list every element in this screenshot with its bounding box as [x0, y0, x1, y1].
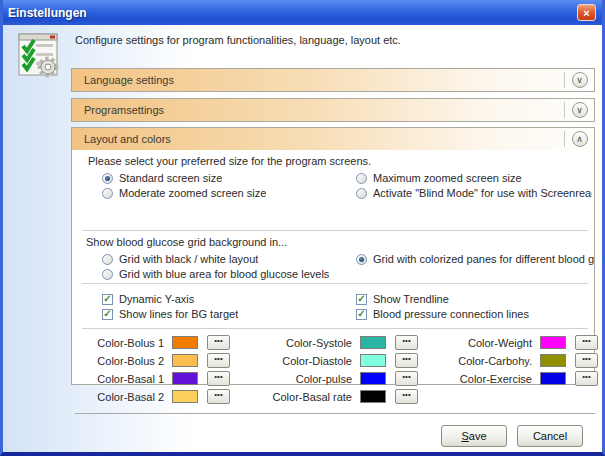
radio-activate-blind-mode[interactable]: Activate "Blind Mode" for use with Scree… — [356, 187, 592, 199]
color-picker-button[interactable]: ••• — [207, 389, 230, 404]
panel-program-disclosure-cell: ∨ — [564, 102, 594, 118]
panel-program-settings: Programsettings ∨ — [71, 98, 595, 122]
radio-grid-black-white[interactable]: Grid with black / white layout — [102, 253, 347, 265]
footer-separator — [75, 413, 595, 414]
color-row-exercise: Color-Exercise ••• — [452, 372, 598, 385]
color-row-carbohy: Color-Carbohy. ••• — [452, 354, 598, 367]
color-swatch — [540, 354, 566, 367]
radio-standard-screen-size[interactable]: Standard screen size — [102, 172, 347, 184]
layout-panel-body: Please select your preferred size for th… — [72, 150, 594, 384]
color-picker-button[interactable]: ••• — [575, 335, 598, 350]
color-swatch — [172, 336, 198, 349]
cancel-button[interactable]: Cancel — [517, 425, 583, 447]
color-picker-button[interactable]: ••• — [395, 353, 418, 368]
check-icon: ✓ — [103, 294, 111, 304]
panel-program-header[interactable]: Programsettings ∨ — [72, 99, 594, 121]
color-row-pulse: Color-pulse ••• — [272, 372, 418, 385]
color-picker-button[interactable]: ••• — [207, 371, 230, 386]
dialog-description: Configure settings for program functiona… — [75, 34, 401, 46]
color-column-3: Color-Weight ••• Color-Carbohy. ••• Colo… — [452, 336, 598, 385]
close-button[interactable]: × — [577, 4, 596, 21]
check-icon: ✓ — [357, 309, 365, 319]
grid-options-left: Grid with black / white layout Grid with… — [102, 253, 347, 280]
color-row-weight: Color-Weight ••• — [452, 336, 598, 349]
radio-icon[interactable] — [102, 269, 113, 280]
chevron-down-icon: ∨ — [576, 106, 583, 115]
save-button[interactable]: Save — [441, 425, 507, 447]
checkboxes-left: ✓ Dynamic Y-axis ✓ Show lines for BG tar… — [102, 293, 347, 320]
window-title: Einstellungen — [8, 6, 87, 20]
radio-icon[interactable] — [102, 254, 113, 265]
ellipsis-icon: ••• — [214, 355, 222, 363]
color-picker-button[interactable]: ••• — [575, 371, 598, 386]
color-row-bolus-1: Color-Bolus 1 ••• — [88, 336, 230, 349]
separator — [82, 230, 588, 231]
checkbox-icon[interactable]: ✓ — [356, 309, 367, 320]
separator — [82, 283, 588, 284]
grid-prompt: Show blood glucose grid background in... — [86, 236, 287, 248]
ellipsis-icon: ••• — [582, 373, 590, 381]
close-icon: × — [583, 7, 589, 19]
color-picker-button[interactable]: ••• — [395, 371, 418, 386]
ellipsis-icon: ••• — [402, 391, 410, 399]
expand-button[interactable]: ∨ — [572, 102, 588, 118]
radio-grid-colorized-panes[interactable]: Grid with colorized panes for different … — [356, 253, 594, 265]
checkbox-show-lines-bg-target[interactable]: ✓ Show lines for BG target — [102, 308, 347, 320]
color-picker-button[interactable]: ••• — [395, 335, 418, 350]
checkbox-icon[interactable]: ✓ — [356, 294, 367, 305]
color-row-basal-rate: Color-Basal rate ••• — [272, 390, 418, 403]
check-icon: ✓ — [103, 309, 111, 319]
color-swatch — [360, 336, 386, 349]
color-swatch — [172, 390, 198, 403]
color-swatch — [172, 354, 198, 367]
expand-button[interactable]: ∨ — [572, 72, 588, 88]
collapse-button[interactable]: ∧ — [572, 131, 588, 147]
radio-grid-blue-area[interactable]: Grid with blue area for blood glucose le… — [102, 268, 347, 280]
color-swatch — [540, 372, 566, 385]
title-bar[interactable]: Einstellungen — [0, 0, 605, 25]
ellipsis-icon: ••• — [214, 337, 222, 345]
checkbox-show-trendline[interactable]: ✓ Show Trendline — [356, 293, 592, 305]
radio-icon[interactable] — [102, 173, 113, 184]
radio-icon[interactable] — [356, 188, 367, 199]
check-icon: ✓ — [357, 294, 365, 304]
panel-language-settings: Language settings ∨ — [71, 68, 595, 92]
settings-app-icon — [14, 32, 62, 82]
ellipsis-icon: ••• — [402, 337, 410, 345]
panel-layout-header[interactable]: Layout and colors ∧ — [72, 128, 594, 150]
color-picker-button[interactable]: ••• — [575, 353, 598, 368]
radio-moderate-zoomed-screen-size[interactable]: Moderate zoomed screen size — [102, 187, 347, 199]
size-prompt: Please select your preferred size for th… — [88, 155, 371, 167]
color-row-diastole: Color-Diastole ••• — [272, 354, 418, 367]
ellipsis-icon: ••• — [402, 355, 410, 363]
checkbox-icon[interactable]: ✓ — [102, 294, 113, 305]
checkbox-blood-pressure-connection-lines[interactable]: ✓ Blood pressure connection lines — [356, 308, 592, 320]
color-swatch — [360, 354, 386, 367]
color-swatch — [360, 390, 386, 403]
panel-layout-disclosure-cell: ∧ — [564, 131, 594, 147]
radio-icon[interactable] — [356, 173, 367, 184]
radio-maximum-zoomed-screen-size[interactable]: Maximum zoomed screen size — [356, 172, 592, 184]
radio-icon[interactable] — [102, 188, 113, 199]
chevron-up-icon: ∧ — [576, 135, 583, 144]
color-row-systole: Color-Systole ••• — [272, 336, 418, 349]
color-column-2: Color-Systole ••• Color-Diastole ••• Col… — [272, 336, 418, 403]
color-swatch — [172, 372, 198, 385]
ellipsis-icon: ••• — [214, 373, 222, 381]
panel-layout-label: Layout and colors — [72, 133, 564, 145]
color-picker-button[interactable]: ••• — [207, 335, 230, 350]
panel-language-header[interactable]: Language settings ∨ — [72, 69, 594, 91]
ellipsis-icon: ••• — [402, 373, 410, 381]
color-picker-button[interactable]: ••• — [395, 389, 418, 404]
checkboxes-right: ✓ Show Trendline ✓ Blood pressure connec… — [356, 293, 592, 320]
checkbox-dynamic-y-axis[interactable]: ✓ Dynamic Y-axis — [102, 293, 347, 305]
radio-icon[interactable] — [356, 254, 367, 265]
chevron-down-icon: ∨ — [576, 76, 583, 85]
color-picker-button[interactable]: ••• — [207, 353, 230, 368]
color-row-bolus-2: Color-Bolus 2 ••• — [88, 354, 230, 367]
size-options-left: Standard screen size Moderate zoomed scr… — [102, 172, 347, 199]
checkbox-icon[interactable]: ✓ — [102, 309, 113, 320]
checklist-gear-icon — [14, 32, 62, 80]
color-column-1: Color-Bolus 1 ••• Color-Bolus 2 ••• Colo… — [88, 336, 230, 403]
separator — [82, 328, 588, 329]
